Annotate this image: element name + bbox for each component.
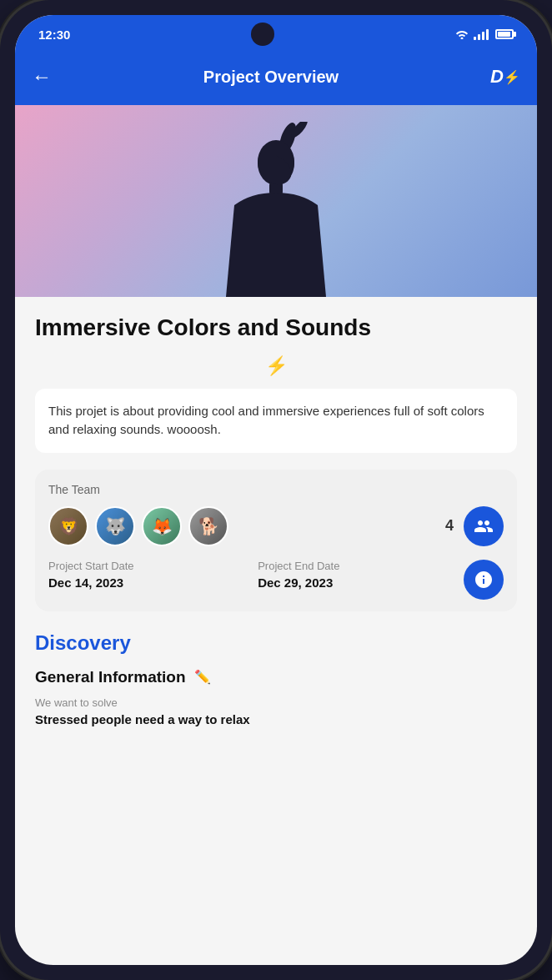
end-date-group: Project End Date Dec 29, 2023: [258, 560, 339, 590]
hero-image: [15, 105, 537, 297]
info-button[interactable]: [464, 560, 504, 600]
team-card: The Team 🦁 🐺 🦊 🐕 4: [35, 470, 517, 611]
field-label: We want to solve: [35, 696, 517, 709]
signal-icon: [474, 28, 489, 40]
info-icon: [474, 570, 494, 590]
status-time: 12:30: [38, 28, 70, 42]
hero-silhouette: [209, 122, 343, 297]
phone-frame: 12:30 ←: [0, 0, 552, 980]
navbar: ← Project Overview D ⚡: [15, 52, 537, 105]
content-area: Immersive Colors and Sounds ⚡ This proje…: [15, 297, 537, 743]
team-avatars: 🦁 🐺 🦊 🐕: [48, 506, 228, 546]
field-value: Stressed people need a way to relax: [35, 712, 517, 726]
subsection-title-row: General Information ✏️: [35, 668, 517, 686]
dates-row: Project Start Date Dec 14, 2023 Project …: [48, 560, 504, 600]
discovery-section-title: Discovery: [35, 631, 517, 655]
team-row: 🦁 🐺 🦊 🐕 4: [48, 506, 504, 546]
start-date-label: Project Start Date: [48, 560, 134, 572]
start-date-group: Project Start Date Dec 14, 2023: [48, 560, 134, 590]
start-date-value: Dec 14, 2023: [48, 575, 134, 590]
project-title: Immersive Colors and Sounds: [35, 314, 517, 342]
avatar-4: 🐕: [188, 506, 228, 546]
team-count-group: 4: [445, 506, 504, 546]
logo-bolt-icon: ⚡: [504, 69, 520, 85]
team-view-button[interactable]: [464, 506, 504, 546]
end-date-label: Project End Date: [258, 560, 339, 572]
avatar-1: 🦁: [48, 506, 88, 546]
back-button[interactable]: ←: [32, 65, 52, 88]
edit-icon[interactable]: ✏️: [194, 669, 211, 685]
battery-icon: [495, 29, 514, 39]
team-label: The Team: [48, 483, 504, 496]
app-logo: D ⚡: [490, 62, 520, 92]
nav-title: Project Overview: [203, 68, 339, 87]
avatar-3: 🦊: [142, 506, 182, 546]
general-info-title: General Information: [35, 668, 186, 686]
status-icons: [455, 28, 514, 40]
bolt-divider-icon: ⚡: [35, 355, 517, 377]
team-count: 4: [445, 517, 454, 535]
project-description: This projet is about providing cool and …: [35, 389, 517, 453]
status-bar: 12:30: [15, 15, 537, 52]
description-text: This projet is about providing cool and …: [48, 404, 484, 437]
wifi-icon: [455, 29, 469, 39]
logo-d-letter: D: [490, 66, 504, 88]
phone-screen: 12:30 ←: [15, 15, 537, 965]
avatar-2: 🐺: [95, 506, 135, 546]
camera-notch: [251, 23, 274, 46]
end-date-value: Dec 29, 2023: [258, 575, 339, 590]
group-icon: [474, 516, 494, 536]
